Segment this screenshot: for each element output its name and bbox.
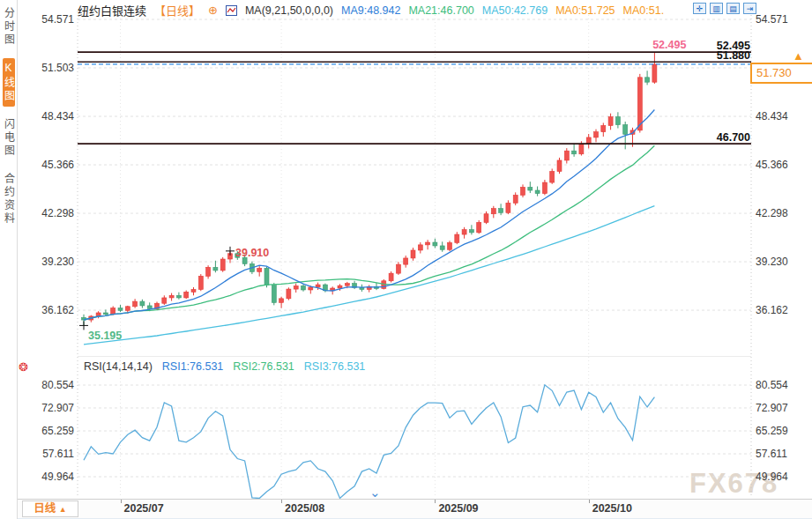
- rsi-formula: RSI(14,14,14): [84, 360, 153, 373]
- sidebar-item-kline-chart[interactable]: K线图: [3, 58, 15, 107]
- main-pane-icon[interactable]: ▥: [710, 3, 723, 14]
- collapse-panel-icon[interactable]: ⇥: [743, 3, 756, 14]
- chart-canvas[interactable]: 54.57154.57151.50351.50348.43448.43445.3…: [0, 0, 812, 519]
- ma-legend-icon: [226, 5, 237, 16]
- month-tick: [121, 500, 122, 503]
- svg-text:48.434: 48.434: [41, 110, 74, 122]
- month-label: 2025/09: [438, 502, 478, 515]
- chart-toolbar: ✛ ▥ ▤ ⇥: [693, 3, 756, 14]
- rsi-header: RSI(14,14,14) RSI1:76.531 RSI2:76.531 RS…: [84, 360, 365, 373]
- svg-text:36.162: 36.162: [756, 304, 788, 316]
- svg-text:52.495: 52.495: [717, 40, 750, 52]
- time-axis-bar: 日线 ▲ 2025/072025/082025/092025/10: [18, 499, 812, 519]
- month-tick: [281, 500, 282, 503]
- svg-text:42.298: 42.298: [41, 207, 74, 219]
- svg-text:72.907: 72.907: [756, 402, 788, 414]
- crosshair-icon[interactable]: ✛: [693, 3, 706, 14]
- month-tick: [435, 500, 436, 503]
- svg-text:72.907: 72.907: [41, 402, 74, 414]
- svg-text:52.495: 52.495: [652, 39, 686, 51]
- svg-text:51.503: 51.503: [41, 62, 74, 74]
- add-indicator-icon[interactable]: ⊕: [208, 4, 218, 17]
- svg-text:54.571: 54.571: [41, 13, 74, 26]
- svg-text:36.162: 36.162: [41, 304, 74, 316]
- svg-text:49.964: 49.964: [756, 471, 788, 483]
- ma0-value-1: MA0:51.725: [555, 4, 615, 17]
- price-up-arrow-icon: ▲: [793, 49, 804, 63]
- instrument-title: 纽约白银连续: [78, 2, 146, 19]
- month-label: 2025/10: [592, 502, 632, 515]
- month-label: 2025/07: [124, 502, 164, 515]
- svg-text:80.554: 80.554: [41, 379, 74, 391]
- period-tab-arrow-icon: ▲: [59, 505, 67, 514]
- svg-text:65.259: 65.259: [756, 425, 788, 437]
- svg-text:39.230: 39.230: [41, 256, 74, 268]
- svg-text:57.611: 57.611: [756, 448, 787, 460]
- ma9-value: MA9:48.942: [341, 4, 400, 17]
- period-label: 【日线】: [154, 2, 200, 19]
- sidebar-item-contract-info[interactable]: 合约资料: [3, 169, 15, 229]
- svg-text:35.195: 35.195: [88, 330, 122, 342]
- ma21-value: MA21:46.700: [408, 4, 473, 17]
- svg-text:39.910: 39.910: [235, 247, 269, 259]
- ma0-value-2: MA0:51.: [623, 4, 665, 17]
- svg-text:54.571: 54.571: [756, 13, 788, 26]
- svg-text:51.880: 51.880: [717, 49, 750, 62]
- sidebar-item-lightning-chart[interactable]: 闪电图: [3, 115, 15, 161]
- ma50-value: MA50:42.769: [482, 4, 548, 17]
- rsi1-value: RSI1:76.531: [162, 360, 224, 373]
- month-label: 2025/08: [285, 502, 324, 515]
- current-price-badge: 51.730: [750, 63, 812, 84]
- sidebar-item-time-chart[interactable]: 分时图: [3, 4, 15, 50]
- svg-text:39.230: 39.230: [756, 256, 788, 268]
- svg-text:65.259: 65.259: [41, 425, 74, 437]
- svg-text:48.434: 48.434: [756, 110, 788, 122]
- period-tab-label: 日线: [34, 502, 56, 515]
- svg-text:42.298: 42.298: [756, 207, 788, 219]
- ma-formula: MA(9,21,50,0,0,0): [245, 4, 333, 17]
- rsi3-value: RSI3:76.531: [304, 360, 366, 373]
- chart-type-sidebar: 分时图 K线图 闪电图 合约资料: [0, 0, 18, 519]
- rsi-settings-icon[interactable]: ❂: [19, 360, 28, 374]
- svg-text:80.554: 80.554: [756, 379, 788, 391]
- svg-text:57.611: 57.611: [42, 448, 74, 460]
- chart-header: 纽约白银连续 【日线】 ⊕ MA(9,21,50,0,0,0) MA9:48.9…: [78, 2, 664, 19]
- indicator-pane-icon[interactable]: ▤: [726, 3, 740, 14]
- trading-app-window: FX678 54.57154.57151.50351.50348.43448.4…: [0, 0, 812, 519]
- period-selector-tab[interactable]: 日线 ▲: [22, 500, 78, 517]
- svg-text:45.366: 45.366: [41, 159, 74, 171]
- svg-text:46.700: 46.700: [717, 131, 750, 144]
- pane-collapse-chevron-icon[interactable]: ⌄: [369, 487, 381, 498]
- month-tick: [589, 500, 590, 503]
- rsi2-value: RSI2:76.531: [233, 360, 294, 373]
- svg-text:49.964: 49.964: [41, 471, 74, 483]
- svg-text:45.366: 45.366: [756, 159, 788, 171]
